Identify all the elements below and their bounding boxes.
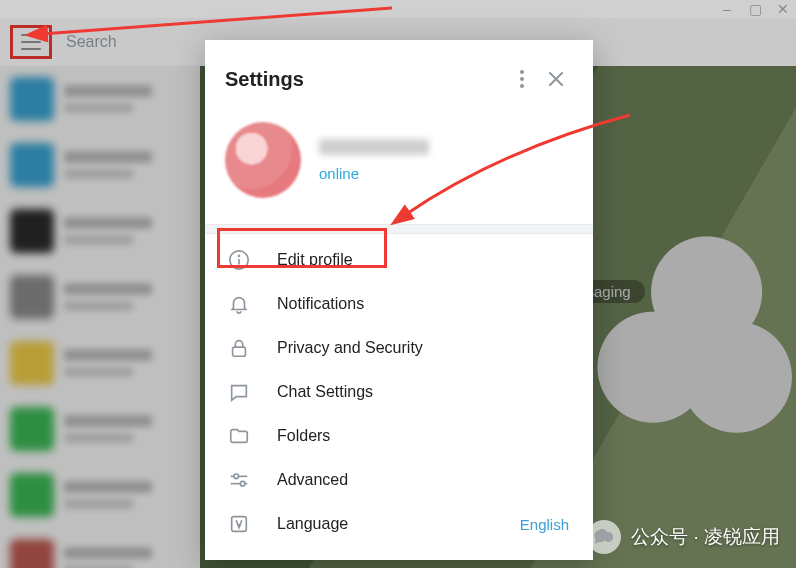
modal-title: Settings <box>225 68 505 91</box>
watermark-text: 公众号 · 凌锐应用 <box>631 524 780 550</box>
menu-notifications[interactable]: Notifications <box>205 282 593 326</box>
language-icon <box>227 512 251 536</box>
chat-icon <box>227 380 251 404</box>
close-window-button[interactable]: ✕ <box>774 1 792 17</box>
menu-privacy[interactable]: Privacy and Security <box>205 326 593 370</box>
modal-header: Settings <box>205 40 593 110</box>
svg-point-5 <box>520 84 524 88</box>
window-controls: – ▢ ✕ <box>718 0 792 18</box>
svg-point-15 <box>240 481 245 486</box>
watermark-icon <box>587 520 621 554</box>
menu-label: Language <box>277 515 494 533</box>
svg-rect-11 <box>233 347 246 356</box>
menu-label: Privacy and Security <box>277 339 579 357</box>
menu-label: Edit profile <box>277 251 579 269</box>
bell-icon <box>227 292 251 316</box>
settings-menu: Edit profile Notifications Privacy and S… <box>205 234 593 546</box>
svg-point-10 <box>239 255 240 256</box>
settings-modal: Settings online Edit profile <box>205 40 593 560</box>
svg-point-19 <box>603 532 613 542</box>
svg-point-4 <box>520 77 524 81</box>
menu-language[interactable]: Language English <box>205 502 593 546</box>
lock-icon <box>227 336 251 360</box>
profile-section[interactable]: online <box>205 110 593 224</box>
avatar[interactable] <box>225 122 301 198</box>
online-status: online <box>319 165 429 182</box>
svg-point-3 <box>520 70 524 74</box>
more-options-button[interactable] <box>505 62 539 96</box>
profile-info: online <box>319 139 429 182</box>
menu-label: Notifications <box>277 295 579 313</box>
menu-chat-settings[interactable]: Chat Settings <box>205 370 593 414</box>
minimize-button[interactable]: – <box>718 1 736 17</box>
profile-name <box>319 139 429 155</box>
folder-icon <box>227 424 251 448</box>
maximize-button[interactable]: ▢ <box>746 1 764 17</box>
divider <box>205 224 593 234</box>
menu-label: Advanced <box>277 471 579 489</box>
watermark: 公众号 · 凌锐应用 <box>587 520 780 554</box>
menu-folders[interactable]: Folders <box>205 414 593 458</box>
info-icon <box>227 248 251 272</box>
app-window: – ▢ ✕ Search ssaging Settings <box>0 0 796 568</box>
language-value: English <box>520 516 579 533</box>
menu-advanced[interactable]: Advanced <box>205 458 593 502</box>
svg-point-13 <box>234 474 239 479</box>
close-modal-button[interactable] <box>539 62 573 96</box>
menu-edit-profile[interactable]: Edit profile <box>205 238 593 282</box>
sliders-icon <box>227 468 251 492</box>
menu-label: Chat Settings <box>277 383 579 401</box>
menu-label: Folders <box>277 427 579 445</box>
